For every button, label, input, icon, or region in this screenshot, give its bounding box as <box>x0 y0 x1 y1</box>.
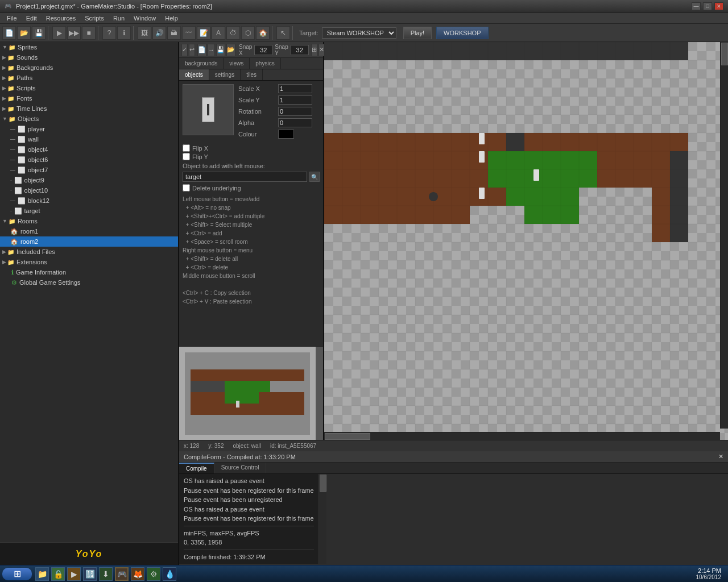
compile-tab-compile[interactable]: Compile <box>179 463 214 473</box>
compile-close-btn[interactable]: ✕ <box>718 453 723 460</box>
cursor-btn[interactable]: ↖ <box>276 26 290 40</box>
save-room-btn[interactable]: 💾 <box>216 44 225 56</box>
add-sprite-btn[interactable]: 🖼 <box>138 26 151 40</box>
tab-tiles[interactable]: tiles <box>241 69 263 80</box>
taskbar-firefox[interactable]: 🦊 <box>131 567 144 581</box>
tree-sprites[interactable]: ▼ 📁 Sprites <box>0 42 178 52</box>
menu-window[interactable]: Window <box>129 14 160 23</box>
menu-edit[interactable]: Edit <box>22 14 42 23</box>
rotation-input[interactable]: 0 <box>278 107 312 116</box>
tree-scripts[interactable]: ▶ 📁 Scripts <box>0 83 178 93</box>
flip-y-checkbox[interactable] <box>183 153 190 160</box>
room-canvas[interactable] <box>324 42 728 440</box>
scrollbar-thumb-v[interactable] <box>721 43 728 65</box>
add-path-btn[interactable]: 〰 <box>182 26 196 40</box>
delete-underlying-checkbox[interactable] <box>183 184 190 192</box>
add-script-btn[interactable]: 📝 <box>197 26 210 40</box>
tree-fonts[interactable]: ▶ 📁 Fonts <box>0 93 178 103</box>
tree-objects[interactable]: ▼ 📁 Objects <box>0 114 178 124</box>
menu-run[interactable]: Run <box>109 14 129 23</box>
tree-backgrounds[interactable]: ▶ 📁 Backgrounds <box>0 63 178 73</box>
tree-object9[interactable]: · ⬜ object9 <box>0 175 178 185</box>
tab-backgrounds[interactable]: backgrounds <box>179 58 224 69</box>
menu-scripts[interactable]: Scripts <box>80 14 109 23</box>
compile-scrollbar-thumb[interactable] <box>320 475 326 492</box>
save-btn[interactable]: 💾 <box>32 26 46 40</box>
taskbar-calc[interactable]: 🔢 <box>83 567 97 581</box>
undo-btn[interactable]: ✓ <box>181 44 188 56</box>
scale-y-input[interactable]: 1 <box>278 95 312 105</box>
start-button[interactable]: ⊞ <box>2 568 32 580</box>
taskbar-steam[interactable]: 💧 <box>163 567 176 581</box>
snap-x-input[interactable]: 32 <box>254 45 272 55</box>
alpha-input[interactable]: 0 <box>278 118 312 127</box>
menu-help[interactable]: Help <box>160 14 183 23</box>
tree-player[interactable]: — ⬜ player <box>0 124 178 134</box>
grid-btn[interactable]: ⊞ <box>311 44 317 56</box>
new-room-btn[interactable]: 📄 <box>197 44 206 56</box>
workshop-button[interactable]: WORKSHOP <box>436 27 488 39</box>
new-btn[interactable]: 📄 <box>2 26 16 40</box>
maximize-btn[interactable]: □ <box>703 2 712 10</box>
add-room-btn[interactable]: 🏠 <box>256 26 270 40</box>
debug-btn[interactable]: ▶▶ <box>67 26 81 40</box>
add-tl-btn[interactable]: ⏱ <box>226 26 240 40</box>
taskbar-greenworks[interactable]: ⚙ <box>147 567 160 581</box>
add-obj-btn[interactable]: ⬡ <box>241 26 255 40</box>
run-btn[interactable]: ▶ <box>52 26 66 40</box>
tree-paths[interactable]: ▶ 📁 Paths <box>0 73 178 83</box>
tree-object6[interactable]: — ⬜ object6 <box>0 155 178 165</box>
tree-object4[interactable]: — ⬜ object4 <box>0 144 178 155</box>
colour-picker[interactable] <box>278 130 294 139</box>
snap-y-input[interactable]: 32 <box>291 45 309 55</box>
open-btn[interactable]: 📂 <box>17 26 31 40</box>
redo-btn[interactable]: ↩ <box>189 44 195 56</box>
tab-objects[interactable]: objects <box>179 69 209 80</box>
compile-tab-source[interactable]: Source Control <box>214 463 267 473</box>
tab-views[interactable]: views <box>224 58 250 69</box>
close-btn[interactable]: ✕ <box>714 2 723 10</box>
load-room-btn[interactable]: 📂 <box>226 44 235 56</box>
compile-scrollbar[interactable] <box>318 474 326 564</box>
canvas-scrollbar-v[interactable] <box>720 42 728 429</box>
tree-global-settings[interactable]: ⚙ Global Game Settings <box>0 277 178 288</box>
tree-room1[interactable]: 🏠 room1 <box>0 226 178 236</box>
obj-name-input[interactable]: target <box>183 172 307 182</box>
tree-block12[interactable]: — ⬜ block12 <box>0 196 178 206</box>
scrollbar-thumb-h[interactable] <box>325 433 370 440</box>
add-sound-btn[interactable]: 🔊 <box>152 26 166 40</box>
obj-browse-btn[interactable]: 🔍 <box>309 172 320 182</box>
tree-timelines[interactable]: ▶ 📁 Time Lines <box>0 103 178 114</box>
info-btn[interactable]: ℹ <box>117 26 131 40</box>
add-bg-btn[interactable]: 🏔 <box>167 26 181 40</box>
play-button[interactable]: Play! <box>403 27 432 39</box>
taskbar-gm-studio[interactable]: 🎮 <box>115 567 129 581</box>
tree-sounds[interactable]: ▶ 📁 Sounds <box>0 52 178 63</box>
tree-game-info[interactable]: ℹ Game Information <box>0 267 178 277</box>
help-btn[interactable]: ? <box>102 26 116 40</box>
tree-object7[interactable]: — ⬜ object7 <box>0 165 178 175</box>
canvas-scrollbar-h[interactable] <box>324 432 720 440</box>
tree-room2[interactable]: 🏠 room2 <box>0 236 178 247</box>
flip-x-checkbox[interactable] <box>183 144 190 152</box>
taskbar-browser[interactable]: 🔒 <box>51 567 65 581</box>
menu-file[interactable]: File <box>2 14 22 23</box>
tree-object10[interactable]: · ⬜ object10 <box>0 185 178 196</box>
tree-rooms[interactable]: ▼ 📁 Rooms <box>0 216 178 226</box>
add-font-btn[interactable]: A <box>212 26 225 40</box>
stop-btn[interactable]: ■ <box>82 26 96 40</box>
taskbar-torrent[interactable]: ⬇ <box>99 567 113 581</box>
target-select[interactable]: Steam WORKSHOP <box>322 27 396 39</box>
minimize-btn[interactable]: — <box>692 2 701 10</box>
menu-resources[interactable]: Resources <box>42 14 81 23</box>
tree-extensions[interactable]: ▶ 📁 Extensions <box>0 257 178 267</box>
tab-physics[interactable]: physics <box>250 58 280 69</box>
arrow-right-btn[interactable]: → <box>208 44 215 56</box>
tree-wall[interactable]: — ⬜ wall <box>0 134 178 144</box>
scale-x-input[interactable]: 1 <box>278 84 312 93</box>
taskbar-vlc[interactable]: ▶ <box>67 567 81 581</box>
tree-target[interactable]: · ⬜ target <box>0 206 178 216</box>
tree-included-files[interactable]: ▶ 📁 Included Files <box>0 247 178 257</box>
tab-settings[interactable]: settings <box>209 69 241 80</box>
taskbar-explorer[interactable]: 📁 <box>35 567 49 581</box>
